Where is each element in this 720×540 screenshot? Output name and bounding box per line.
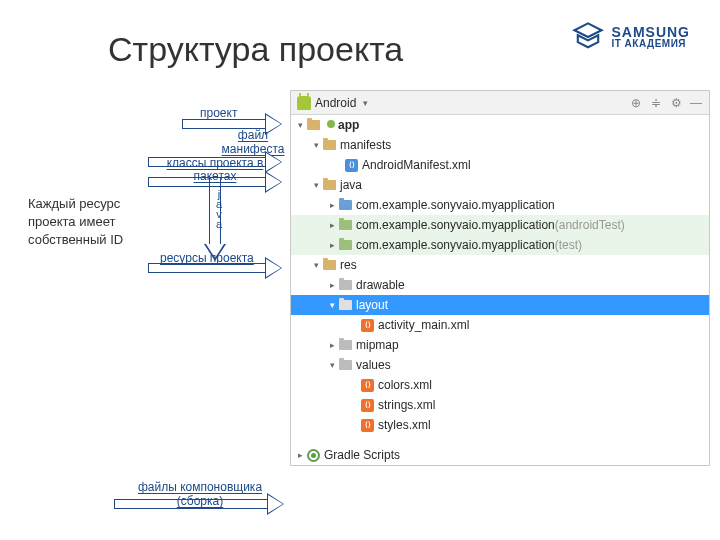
ide-project-panel: Android ▾ ⊕ ≑ ⚙ — ▾app ▾manifests ⟨⟩Andr… xyxy=(290,90,710,466)
label-java: java xyxy=(213,188,224,228)
spacer xyxy=(291,435,709,445)
node-pkg1[interactable]: ▸com.example.sonyvaio.myapplication xyxy=(291,195,709,215)
node-pkg3[interactable]: ▸com.example.sonyvaio.myapplication (tes… xyxy=(291,235,709,255)
node-manifest-file[interactable]: ⟨⟩AndroidManifest.xml xyxy=(291,155,709,175)
academy-icon xyxy=(571,20,605,54)
resource-id-note: Каждый ресурс проекта имеет собственный … xyxy=(28,195,148,250)
samsung-logo: SAMSUNG IT АКАДЕМИЯ xyxy=(571,20,690,54)
xml-icon: ⟨⟩ xyxy=(361,399,374,412)
expand-icon[interactable]: ≑ xyxy=(649,96,663,110)
hide-icon[interactable]: — xyxy=(689,96,703,110)
logo-sub-text: IT АКАДЕМИЯ xyxy=(611,39,690,49)
xml-icon: ⟨⟩ xyxy=(361,319,374,332)
arrow-resources xyxy=(148,258,282,278)
view-mode[interactable]: Android xyxy=(315,96,356,110)
arrow-gradle xyxy=(114,494,284,514)
logo-main-text: SAMSUNG xyxy=(611,25,690,39)
node-colors[interactable]: ⟨⟩colors.xml xyxy=(291,375,709,395)
node-activity-main[interactable]: ⟨⟩activity_main.xml xyxy=(291,315,709,335)
node-values[interactable]: ▾values xyxy=(291,355,709,375)
node-res[interactable]: ▾res xyxy=(291,255,709,275)
page-title: Структура проекта xyxy=(108,30,403,69)
node-app[interactable]: ▾app xyxy=(291,115,709,135)
node-styles[interactable]: ⟨⟩styles.xml xyxy=(291,415,709,435)
ide-toolbar: Android ▾ ⊕ ≑ ⚙ — xyxy=(291,91,709,115)
node-gradle-scripts[interactable]: ▸Gradle Scripts xyxy=(291,445,709,465)
gear-icon[interactable]: ⚙ xyxy=(669,96,683,110)
xml-icon: ⟨⟩ xyxy=(361,419,374,432)
xml-icon: ⟨⟩ xyxy=(361,379,374,392)
collapse-icon[interactable]: ⊕ xyxy=(629,96,643,110)
gradle-icon xyxy=(307,449,320,462)
android-icon xyxy=(297,96,311,110)
chevron-down-icon[interactable]: ▾ xyxy=(360,98,370,108)
xml-icon: ⟨⟩ xyxy=(345,159,358,172)
node-pkg2[interactable]: ▸com.example.sonyvaio.myapplication (and… xyxy=(291,215,709,235)
node-layout[interactable]: ▾layout xyxy=(291,295,709,315)
node-java[interactable]: ▾java xyxy=(291,175,709,195)
node-strings[interactable]: ⟨⟩strings.xml xyxy=(291,395,709,415)
node-mipmap[interactable]: ▸mipmap xyxy=(291,335,709,355)
node-drawable[interactable]: ▸drawable xyxy=(291,275,709,295)
node-manifests[interactable]: ▾manifests xyxy=(291,135,709,155)
